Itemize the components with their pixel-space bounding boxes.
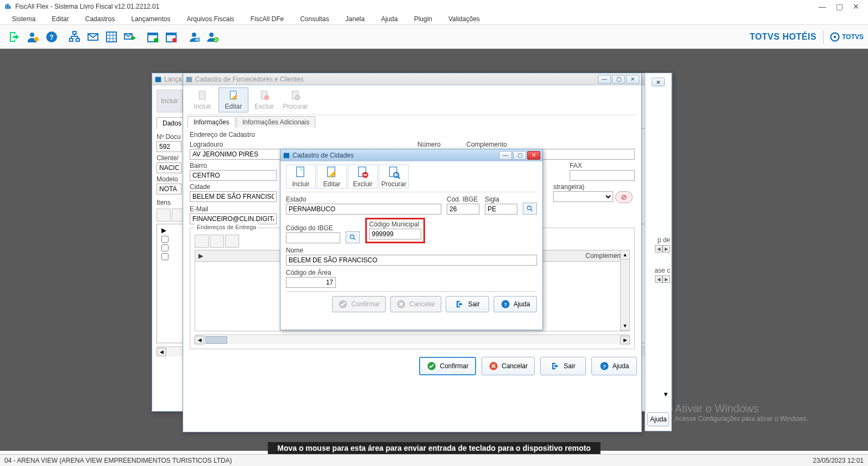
forn-sair-button[interactable]: Sair [540, 357, 586, 375]
cid-close-icon[interactable]: ✕ [527, 151, 540, 160]
forn-maximize-icon[interactable]: ▢ [612, 75, 625, 84]
cod-ibge-input[interactable] [447, 204, 479, 215]
ibge-search-icon[interactable] [346, 231, 360, 243]
menu-fiscall-dfe[interactable]: FiscAll DFe [243, 14, 291, 24]
menu-editar[interactable]: Editar [44, 14, 76, 24]
tb-org-icon[interactable] [66, 28, 83, 46]
tb-help-icon[interactable]: ? [43, 28, 60, 46]
fax-input[interactable] [570, 170, 635, 181]
forn-title: Cadastro de Fornecedores e Clientes [195, 75, 596, 83]
scroll-down-icon[interactable]: ▼ [663, 391, 669, 398]
sigla-input[interactable] [485, 204, 517, 215]
minimize-button[interactable]: — [819, 2, 826, 11]
scroll-right-icon[interactable]: ▶ [663, 275, 670, 283]
modelo-input[interactable] [157, 184, 182, 194]
scroll-left-icon[interactable]: ◀ [655, 275, 663, 283]
estado-search-icon[interactable] [523, 203, 537, 215]
forn-confirmar-button[interactable]: Confirmar [419, 357, 476, 375]
forn-cancelar-button[interactable]: Cancelar [482, 357, 535, 375]
itens-check-3[interactable] [161, 253, 168, 260]
menu-sistema[interactable]: Sistema [4, 14, 43, 24]
lanc-incluir-button[interactable]: Incluir [157, 90, 183, 112]
menu-plugin[interactable]: Plugin [407, 14, 440, 24]
titlebar: FiscAll Flex - Sistema Livro Fiscal v12.… [0, 0, 868, 13]
scroll-down-icon[interactable]: ▼ [621, 322, 629, 331]
tb-user-icon[interactable] [24, 28, 42, 46]
menu-cadastros[interactable]: Cadastros [78, 14, 123, 24]
codigo-area-input[interactable] [286, 277, 336, 288]
entrega-btn-1[interactable] [195, 235, 209, 248]
menu-arquivos-fiscais[interactable]: Arquivos Fiscais [179, 14, 241, 24]
scroll-right-icon[interactable]: ▶ [620, 336, 630, 344]
codigo-ibge-input[interactable] [286, 232, 340, 243]
forn-tab-info-adicionais[interactable]: Informações Adicionais [236, 116, 315, 128]
cid-excluir-button[interactable]: Excluir [348, 165, 378, 188]
forn-procurar-button[interactable]: Procurar [280, 87, 310, 112]
codigo-municipal-input[interactable] [369, 229, 421, 240]
complemento-label: Complemento [466, 141, 635, 148]
tb-person1-icon[interactable] [185, 28, 203, 46]
cid-procurar-button[interactable]: Procurar [379, 165, 409, 188]
menu-consultas[interactable]: Consultas [292, 14, 336, 24]
entrega-btn-2[interactable] [210, 235, 224, 248]
svg-point-3 [30, 33, 34, 37]
forn-titlebar[interactable]: Cadastro de Fornecedores e Clientes — ▢ … [183, 73, 641, 85]
svg-rect-27 [186, 77, 192, 82]
email-input[interactable] [190, 213, 277, 224]
tb-grid-icon[interactable] [103, 28, 120, 46]
forn-close-icon[interactable]: ✕ [626, 75, 639, 84]
cid-maximize-icon[interactable]: ▢ [513, 151, 526, 160]
cliente-input[interactable] [157, 162, 182, 173]
tb-mail-icon[interactable] [84, 28, 102, 46]
scroll-up-icon[interactable]: ▲ [621, 250, 629, 260]
entrega-btn-3[interactable] [225, 235, 239, 248]
menu-validacoes[interactable]: Validações [441, 14, 488, 24]
tb-calendar-alert-icon[interactable] [163, 28, 180, 46]
itens-check-1[interactable] [161, 236, 168, 243]
cid-editar-button[interactable]: Editar [317, 165, 347, 188]
right-close-icon[interactable]: ✕ [652, 78, 665, 86]
forn-excluir-button[interactable]: Excluir [249, 87, 279, 112]
cid-titlebar[interactable]: Cadastro de Cidades — ▢ ✕ [280, 149, 542, 161]
desc-hscroll[interactable]: ◀ ▶ [195, 335, 630, 344]
cid-incluir-button[interactable]: Incluir [286, 165, 316, 188]
menu-lancamentos[interactable]: Lançamentos [123, 14, 178, 24]
scroll-left-icon[interactable]: ◀ [157, 348, 166, 356]
svg-point-46 [350, 235, 354, 238]
n-docu-input[interactable] [157, 141, 182, 152]
forn-tab-informacoes[interactable]: Informações [188, 116, 235, 128]
menu-ajuda[interactable]: Ajuda [373, 14, 405, 24]
cid-confirmar-button: Confirmar [332, 296, 386, 312]
itens-check-2[interactable] [161, 244, 168, 251]
scroll-left-icon[interactable]: ◀ [655, 245, 663, 253]
close-button[interactable]: ✕ [853, 2, 859, 11]
svg-rect-1 [7, 4, 9, 9]
forn-editar-button[interactable]: Editar [218, 87, 248, 112]
cidade-input[interactable] [190, 191, 277, 202]
maximize-button[interactable]: ▢ [836, 2, 843, 11]
cid-minimize-icon[interactable]: — [499, 151, 512, 160]
pdc-label: p de ◀ ▶ [646, 236, 670, 253]
tb-calendar-icon[interactable] [144, 28, 161, 46]
tb-person-money-icon[interactable]: $ [204, 28, 221, 46]
estado-input[interactable] [286, 204, 441, 215]
bairro-input[interactable] [190, 170, 277, 181]
cid-sair-button[interactable]: Sair [446, 296, 489, 312]
clear-pill-icon[interactable]: ⊘ [615, 191, 633, 203]
codigo-ibge-label: Código do IBGE [286, 224, 340, 232]
forn-ajuda-button[interactable]: ? Ajuda [591, 357, 637, 375]
tb-mail-send-icon[interactable] [121, 28, 139, 46]
right-ajuda-button[interactable]: Ajuda [647, 412, 669, 426]
itens-btn-1[interactable] [157, 209, 171, 222]
endereco-cadastro-label: Endereço de Cadastro [190, 131, 255, 138]
forn-incluir-button[interactable]: Incluir [188, 87, 217, 112]
forn-minimize-icon[interactable]: — [598, 75, 611, 84]
tb-exit-icon[interactable] [6, 28, 23, 46]
modelo-label: Modelo [157, 175, 182, 183]
scroll-left-icon[interactable]: ◀ [195, 336, 204, 344]
cid-ajuda-button[interactable]: ? Ajuda [494, 296, 537, 312]
menu-janela[interactable]: Janela [338, 14, 372, 24]
scroll-right-icon[interactable]: ▶ [663, 245, 670, 253]
estrangeira-select[interactable] [553, 191, 613, 202]
nome-input[interactable] [286, 255, 537, 266]
